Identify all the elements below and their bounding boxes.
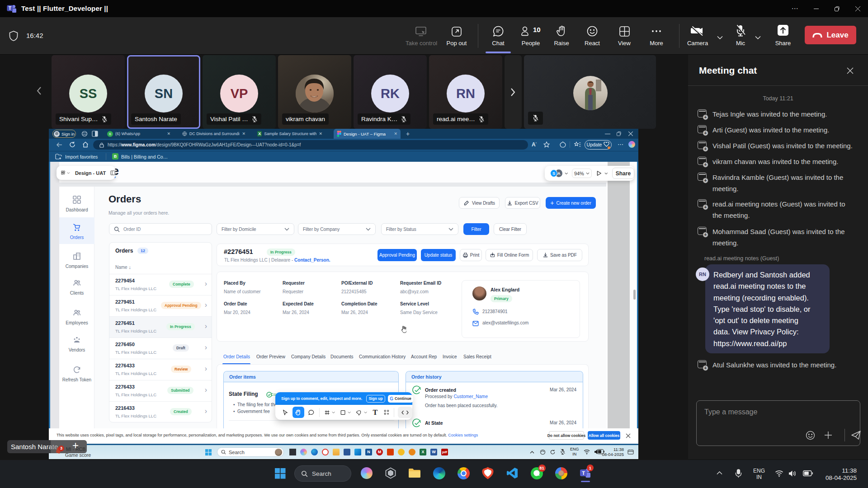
svg-text:T: T [9, 5, 12, 11]
svg-text:T: T [582, 470, 585, 476]
